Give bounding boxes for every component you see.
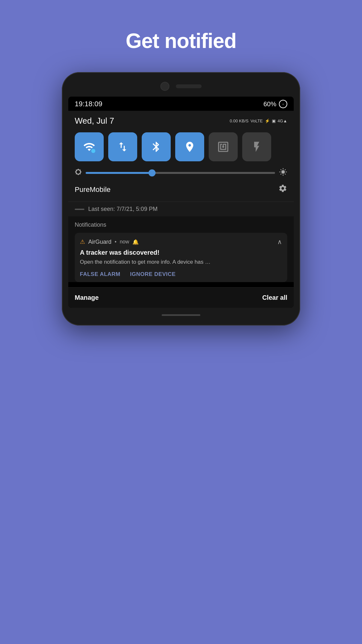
profile-name: PureMobile (75, 185, 110, 194)
battery-percentage: 60% (263, 100, 276, 108)
camera (160, 82, 169, 91)
toggle-nfc[interactable] (209, 132, 238, 161)
notif-actions: FALSE ALARM IGNORE DEVICE (80, 271, 282, 278)
brightness-fill (86, 172, 152, 174)
manage-button[interactable]: Manage (75, 294, 99, 301)
notif-body: Open the notification to get more info. … (80, 258, 282, 266)
speaker (176, 84, 202, 88)
toggle-flashlight[interactable] (242, 132, 271, 161)
brightness-low-icon (75, 168, 82, 177)
app-name: AirGuard (88, 239, 111, 245)
wifi-icon (83, 141, 95, 153)
warning-icon: ⚠ (80, 238, 85, 245)
toggle-data[interactable] (108, 132, 137, 161)
notifications-label: Notifications (75, 222, 287, 228)
page-title: Get notified (126, 29, 236, 53)
status-bar: 19:18:09 60% ○ (68, 97, 294, 111)
network-speed-label: 0.00 KB/S (230, 118, 249, 123)
brightness-high-icon (279, 168, 287, 178)
settings-icon[interactable] (278, 184, 287, 195)
profile-row: PureMobile (75, 184, 287, 195)
phone-bottom (68, 308, 294, 319)
last-seen-text: Last seen: 7/7/21, 5:09 PM (88, 206, 157, 213)
brightness-row (75, 168, 287, 178)
bluetooth-icon (150, 141, 162, 153)
status-icons-row: 0.00 KB/S VoLTE ⚡ ▣ 4G▲ (230, 118, 287, 123)
brightness-thumb (148, 169, 156, 176)
last-seen-dot (75, 209, 84, 210)
toggle-wifi[interactable] (75, 132, 104, 161)
collapse-icon[interactable]: ∧ (277, 238, 282, 246)
signal-icon: 4G▲ (278, 118, 287, 123)
bottom-bar: Manage Clear all (68, 287, 294, 308)
bell-icon: 🔔 (132, 239, 139, 245)
home-indicator (162, 314, 200, 316)
notif-time-value: now (120, 239, 129, 245)
location-icon (184, 141, 196, 153)
nfc-icon (217, 141, 229, 153)
bt-status-icon: ⚡ (265, 118, 270, 123)
quick-settings: Wed, Jul 7 0.00 KB/S VoLTE ⚡ ▣ 4G▲ (68, 111, 294, 202)
false-alarm-button[interactable]: FALSE ALARM (80, 271, 120, 278)
status-right: 60% ○ (263, 100, 287, 108)
notification-card[interactable]: ⚠ AirGuard • now 🔔 ∧ A tracker was disco… (75, 233, 287, 282)
brightness-slider[interactable] (86, 172, 275, 174)
phone-screen: 19:18:09 60% ○ Wed, Jul 7 0.00 KB/S VoLT… (68, 97, 294, 308)
date-row: Wed, Jul 7 0.00 KB/S VoLTE ⚡ ▣ 4G▲ (75, 116, 287, 126)
quick-toggles (75, 132, 287, 161)
sim-icon: ▣ (272, 118, 276, 123)
notif-header-left: ⚠ AirGuard • now 🔔 (80, 238, 139, 245)
ignore-device-button[interactable]: IGNORE DEVICE (130, 271, 176, 278)
battery-icon: ○ (279, 100, 287, 108)
volte-icon: VoLTE (251, 118, 263, 123)
toggle-location[interactable] (175, 132, 204, 161)
notifications-section: Notifications ⚠ AirGuard • now 🔔 ∧ A tra… (68, 216, 294, 282)
notif-header: ⚠ AirGuard • now 🔔 ∧ (80, 238, 282, 246)
data-icon (117, 141, 129, 153)
phone-shell: 19:18:09 60% ○ Wed, Jul 7 0.00 KB/S VoLT… (62, 72, 300, 326)
notif-title: A tracker was discovered! (80, 249, 282, 256)
toggle-bluetooth[interactable] (142, 132, 171, 161)
notif-time: • (115, 239, 117, 245)
flashlight-icon (251, 141, 263, 153)
clear-all-button[interactable]: Clear all (262, 294, 287, 301)
phone-top-bar (68, 79, 294, 97)
svg-point-0 (91, 149, 95, 153)
date-text: Wed, Jul 7 (75, 116, 114, 126)
status-time: 19:18:09 (75, 100, 102, 108)
last-seen-bar: Last seen: 7/7/21, 5:09 PM (68, 202, 294, 216)
